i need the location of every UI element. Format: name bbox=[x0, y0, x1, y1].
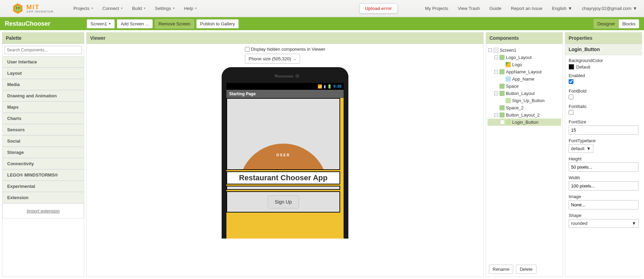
top-nav: MIT APP INVENTOR Projects▼ Connect▼ Buil… bbox=[0, 0, 644, 17]
canvas-button-layout[interactable]: Sign Up bbox=[226, 191, 340, 213]
palette-header: Palette bbox=[2, 33, 84, 44]
designer-tab[interactable]: Designer bbox=[594, 19, 619, 28]
link-guide[interactable]: Guide bbox=[490, 6, 501, 11]
tree-item-login_button[interactable]: Login_Button bbox=[487, 119, 561, 126]
display-hidden-checkbox[interactable] bbox=[245, 47, 250, 52]
rename-button[interactable]: Rename bbox=[489, 265, 513, 274]
canvas-signup-button[interactable]: Sign Up bbox=[268, 195, 299, 208]
button-icon bbox=[506, 120, 511, 125]
image-icon bbox=[506, 62, 511, 67]
palette-cat-maps[interactable]: Maps bbox=[2, 101, 84, 113]
display-hidden-checkbox-row[interactable]: Display hidden components in Viewer bbox=[245, 47, 325, 52]
menu-language[interactable]: English▼ bbox=[552, 6, 572, 11]
canvas-app-name[interactable]: Restaurant Chooser App bbox=[228, 173, 338, 182]
prop-fontitalic-checkbox[interactable] bbox=[569, 110, 573, 115]
prop-image-input[interactable] bbox=[569, 200, 639, 209]
tree-item-button_layout[interactable]: -Button_Layout bbox=[487, 90, 561, 97]
delete-button[interactable]: Delete bbox=[516, 265, 536, 274]
tree-item-screen1[interactable]: -Screen1 bbox=[487, 47, 561, 54]
palette-cat-storage[interactable]: Storage bbox=[2, 147, 84, 158]
tree-spacer bbox=[500, 77, 504, 81]
app-canvas[interactable]: OSER Restaurant Chooser App Sign Up bbox=[226, 98, 344, 239]
palette-cat-social[interactable]: Social bbox=[2, 135, 84, 147]
link-view-trash[interactable]: View Trash bbox=[458, 6, 480, 11]
menu-help[interactable]: Help▼ bbox=[181, 4, 200, 12]
prop-label-shape: Shape bbox=[569, 213, 639, 218]
palette-cat-extension[interactable]: Extension bbox=[2, 192, 84, 203]
prop-enabled-checkbox[interactable] bbox=[569, 79, 573, 84]
screen-dropdown[interactable]: Screen1▼ bbox=[87, 19, 115, 28]
caret-down-icon: ▼ bbox=[586, 146, 591, 151]
properties-selected-component: Login_Button bbox=[565, 44, 642, 55]
menu-account[interactable]: chayryjoy.02@gmail.com▼ bbox=[582, 6, 637, 11]
tree-spacer bbox=[500, 63, 504, 66]
prop-height-input[interactable] bbox=[569, 162, 639, 172]
tree-item-app_name[interactable]: App_Name bbox=[487, 75, 561, 83]
phone-frame: 📶 ▮ 🔋 9:48 Starting Page OSER bbox=[222, 67, 348, 239]
tree-item-appname_layout[interactable]: -AppName_Layout bbox=[487, 68, 561, 75]
collapse-icon[interactable]: - bbox=[494, 56, 498, 59]
tree-item-logo_layout[interactable]: -Logo_Layout bbox=[487, 54, 561, 61]
link-my-projects[interactable]: My Projects bbox=[425, 6, 448, 11]
palette-categories: User Interface Layout Media Drawing and … bbox=[2, 56, 84, 277]
canvas-space[interactable] bbox=[226, 186, 340, 190]
import-extension-link[interactable]: Import extension bbox=[2, 203, 84, 219]
palette-cat-connectivity[interactable]: Connectivity bbox=[2, 158, 84, 169]
canvas-logo-image[interactable]: OSER bbox=[239, 144, 328, 170]
prop-backgroundcolor[interactable]: Default bbox=[569, 64, 639, 70]
canvas-logo-layout[interactable]: OSER bbox=[226, 98, 340, 170]
tree-item-label: Logo_Layout bbox=[506, 55, 532, 60]
prop-fonttypeface-select[interactable]: default▼ bbox=[569, 144, 593, 153]
collapse-icon[interactable]: - bbox=[494, 92, 498, 95]
collapse-icon[interactable]: - bbox=[494, 70, 498, 74]
prop-width-input[interactable] bbox=[569, 181, 639, 191]
search-components-input[interactable] bbox=[4, 46, 82, 54]
collapse-icon[interactable]: - bbox=[488, 48, 492, 52]
remove-screen-button[interactable]: Remove Screen bbox=[155, 19, 194, 28]
caret-down-icon: ▼ bbox=[632, 221, 636, 226]
prop-fontbold-checkbox[interactable] bbox=[569, 95, 573, 99]
tree-item-space_2[interactable]: Space_2 bbox=[487, 104, 561, 111]
prop-fontsize-input[interactable] bbox=[569, 125, 639, 135]
add-screen-button[interactable]: Add Screen ... bbox=[117, 19, 152, 28]
components-header: Components bbox=[486, 33, 562, 44]
tree-item-logo[interactable]: Logo bbox=[487, 61, 561, 68]
menu-connect[interactable]: Connect▼ bbox=[100, 4, 126, 12]
layout-icon bbox=[499, 84, 505, 89]
blocks-tab[interactable]: Blocks bbox=[619, 19, 639, 28]
right-menu: My Projects View Trash Guide Report an I… bbox=[425, 6, 637, 11]
menu-projects[interactable]: Projects▼ bbox=[71, 4, 96, 12]
color-swatch-icon bbox=[569, 64, 574, 70]
upload-error-badge[interactable]: Upload error bbox=[359, 3, 398, 13]
caret-down-icon: ▼ bbox=[568, 6, 572, 11]
palette-cat-media[interactable]: Media bbox=[2, 79, 84, 90]
components-tree: -Screen1-Logo_LayoutLogo-AppName_LayoutA… bbox=[486, 44, 562, 262]
tree-item-sign_up_button[interactable]: Sign_Up_Button bbox=[487, 97, 561, 104]
tree-item-space[interactable]: Space bbox=[487, 83, 561, 90]
tree-item-label: Button_Layout_2 bbox=[506, 112, 540, 118]
tree-item-button_layout_2[interactable]: -Button_Layout_2 bbox=[487, 111, 561, 119]
prop-label-fonttypeface: FontTypeface bbox=[569, 138, 639, 143]
palette-cat-experimental[interactable]: Experimental bbox=[2, 181, 84, 192]
app-inventor-logo-icon bbox=[12, 3, 24, 14]
palette-cat-drawing[interactable]: Drawing and Animation bbox=[2, 90, 84, 101]
canvas-appname-layout[interactable]: Restaurant Chooser App bbox=[226, 171, 340, 184]
layout-icon bbox=[499, 69, 505, 74]
palette-cat-layout[interactable]: Layout bbox=[2, 68, 84, 79]
menu-settings[interactable]: Settings▼ bbox=[152, 4, 178, 12]
phone-size-select[interactable]: Phone size (505,320)⌄ bbox=[245, 54, 300, 64]
tree-item-label: Login_Button bbox=[512, 120, 538, 125]
form-icon bbox=[493, 48, 498, 53]
logo[interactable]: MIT APP INVENTOR bbox=[12, 3, 53, 14]
palette-cat-charts[interactable]: Charts bbox=[2, 113, 84, 124]
collapse-icon[interactable]: - bbox=[494, 113, 498, 117]
publish-gallery-button[interactable]: Publish to Gallery bbox=[196, 19, 239, 28]
mode-toggle: Designer Blocks bbox=[594, 19, 639, 28]
palette-cat-user-interface[interactable]: User Interface bbox=[2, 56, 84, 68]
menu-build[interactable]: Build▼ bbox=[129, 4, 149, 12]
phone-screen[interactable]: 📶 ▮ 🔋 9:48 Starting Page OSER bbox=[226, 83, 344, 239]
palette-cat-sensors[interactable]: Sensors bbox=[2, 124, 84, 135]
prop-shape-select[interactable]: rounded▼ bbox=[569, 219, 639, 228]
link-report-issue[interactable]: Report an Issue bbox=[511, 6, 542, 11]
palette-cat-lego[interactable]: LEGO® MINDSTORMS® bbox=[2, 169, 84, 181]
